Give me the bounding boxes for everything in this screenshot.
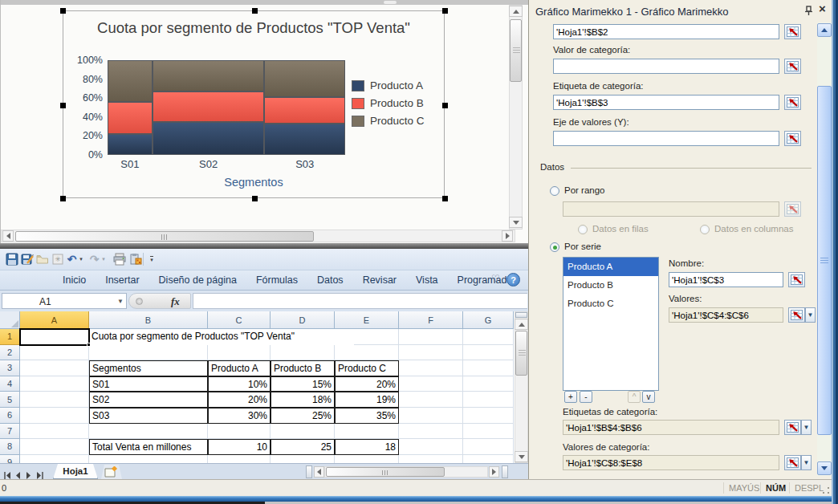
selection-handle[interactable]	[252, 8, 258, 14]
range-picker-icon[interactable]	[784, 455, 801, 470]
ribbon-tab-inicio[interactable]: Inicio	[53, 270, 96, 291]
cell-C6-value[interactable]: 30%	[208, 408, 271, 424]
row-header-2[interactable]: 2	[0, 345, 20, 361]
sheet-hscroll-left-icon[interactable]	[314, 466, 324, 478]
cell-D9[interactable]	[271, 455, 335, 463]
move-down-button[interactable]: v	[642, 391, 655, 403]
chart-object-selection[interactable]	[63, 10, 445, 198]
column-header-G[interactable]: G	[463, 311, 514, 329]
valores-categoria-input[interactable]	[563, 455, 779, 470]
cell-F3[interactable]	[399, 360, 463, 376]
cell-A9[interactable]	[20, 455, 89, 463]
range-picker-icon[interactable]	[788, 307, 805, 323]
qat-customize-icon[interactable]: ▾	[146, 251, 157, 266]
cell-G5[interactable]	[463, 392, 514, 408]
cell-C5-value[interactable]: 20%	[208, 392, 271, 408]
cell-F4[interactable]	[399, 376, 463, 392]
range-picker-icon[interactable]	[784, 420, 801, 435]
cell-E7[interactable]	[335, 424, 399, 440]
cell-G4[interactable]	[463, 376, 514, 392]
sheet-vsplit-handle[interactable]	[515, 312, 527, 318]
chart-top-strip-thumb[interactable]	[384, 1, 397, 4]
new-from-template-icon[interactable]: ✳	[50, 251, 65, 266]
tab-split-handle[interactable]	[306, 465, 312, 478]
cell-A6[interactable]	[20, 408, 89, 424]
range-picker-icon[interactable]	[788, 272, 805, 287]
pin-icon[interactable]	[804, 5, 813, 19]
cell-F2[interactable]	[399, 345, 463, 361]
cell-E6-value[interactable]: 35%	[335, 408, 399, 424]
ribbon-tab-vista[interactable]: Vista	[406, 270, 448, 291]
cell-A3[interactable]	[20, 360, 89, 376]
selection-handle[interactable]	[442, 103, 448, 108]
cell-B6-value[interactable]: S03	[89, 408, 208, 424]
valor-categoria-input[interactable]	[553, 59, 779, 74]
cell-F6[interactable]	[399, 408, 463, 424]
cell-E8-value[interactable]: 18	[335, 439, 399, 455]
sheet-vscroll-up-icon[interactable]	[515, 319, 528, 330]
range-picker-icon[interactable]	[784, 24, 801, 39]
cell-D4-value[interactable]: 15%	[271, 376, 335, 392]
window-split-divider[interactable]	[0, 243, 528, 249]
help-icon[interactable]: ?	[506, 273, 520, 287]
sheet-hscroll-thumb[interactable]	[326, 467, 445, 477]
name-box-dropdown-icon[interactable]: ▼	[117, 298, 124, 305]
cell-B4-value[interactable]: S01	[89, 376, 208, 392]
save-as-icon[interactable]	[19, 251, 35, 266]
cell-D8-value[interactable]: 25	[271, 439, 335, 455]
insert-sheet-tab[interactable]	[101, 465, 122, 479]
cell-E9[interactable]	[335, 455, 399, 463]
redo-dropdown-icon[interactable]: ▾	[100, 251, 108, 266]
range-picker-icon[interactable]	[784, 59, 801, 74]
chart-vscroll-thumb[interactable]	[510, 19, 522, 82]
cell-D3-value[interactable]: Producto B	[271, 360, 335, 376]
series-listbox[interactable]: Producto AProducto BProducto C	[563, 257, 659, 391]
cell-D5-value[interactable]: 18%	[271, 392, 335, 408]
chart-hscroll-left-icon[interactable]	[2, 230, 14, 242]
por-serie-radio[interactable]	[550, 242, 559, 252]
redo-icon[interactable]: ↷	[88, 251, 100, 266]
sheet-tab-hoja1[interactable]: Hoja1	[53, 464, 98, 479]
row-header-1[interactable]: 1	[0, 329, 20, 345]
row-header-8[interactable]: 8	[0, 439, 20, 455]
undo-icon[interactable]: ↶	[66, 251, 78, 266]
ribbon-tab-revisar[interactable]: Revisar	[353, 270, 406, 291]
cell-B1-value[interactable]: Cuota por segmento de Productos "TOP Ven…	[89, 329, 354, 345]
fill-handle[interactable]	[87, 343, 91, 347]
cell-G7[interactable]	[463, 424, 514, 440]
undo-dropdown-icon[interactable]: ▾	[77, 251, 85, 266]
cell-B2[interactable]	[89, 345, 208, 361]
sheet-hscroll-right-icon[interactable]	[489, 466, 499, 478]
ribbon-tab-datos[interactable]: Datos	[307, 270, 353, 291]
range-picker-icon[interactable]	[784, 95, 801, 110]
cell-C2[interactable]	[208, 345, 271, 361]
selection-handle[interactable]	[252, 196, 258, 201]
close-panel-icon[interactable]: ×	[819, 2, 826, 15]
save-icon[interactable]	[4, 251, 19, 266]
minimize-ribbon-icon[interactable]: ♡	[491, 273, 500, 284]
cell-F9[interactable]	[399, 455, 463, 463]
panel-scroll-down-icon[interactable]	[817, 461, 832, 475]
valores-categoria-dropdown-icon[interactable]: ▼	[801, 455, 812, 470]
nombre-serie-input[interactable]	[669, 272, 783, 287]
range-picker-icon[interactable]	[784, 131, 801, 146]
row-header-3[interactable]: 3	[0, 360, 20, 376]
ribbon-tab-diseño-de-página[interactable]: Diseño de página	[149, 270, 246, 291]
cell-C7[interactable]	[208, 424, 271, 440]
resize-grip[interactable]	[822, 486, 830, 494]
cell-A7[interactable]	[20, 424, 89, 440]
column-header-C[interactable]: C	[208, 311, 271, 329]
cell-B5-value[interactable]: S02	[89, 392, 208, 408]
cell-G6[interactable]	[463, 408, 514, 424]
panel-scroll-thumb[interactable]	[817, 86, 832, 435]
print-icon[interactable]	[112, 251, 127, 266]
cell-E5-value[interactable]: 19%	[335, 392, 399, 408]
ribbon-tab-fórmulas[interactable]: Fórmulas	[246, 270, 307, 291]
ribbon-tab-insertar[interactable]: Insertar	[96, 270, 148, 291]
cell-E3-value[interactable]: Producto C	[335, 360, 399, 376]
cell-C9[interactable]	[208, 455, 271, 463]
selection-handle[interactable]	[442, 8, 448, 14]
valores-dropdown-icon[interactable]: ▼	[805, 307, 816, 323]
por-rango-radio[interactable]	[550, 186, 559, 196]
nombre-grafico-input[interactable]	[553, 24, 779, 39]
